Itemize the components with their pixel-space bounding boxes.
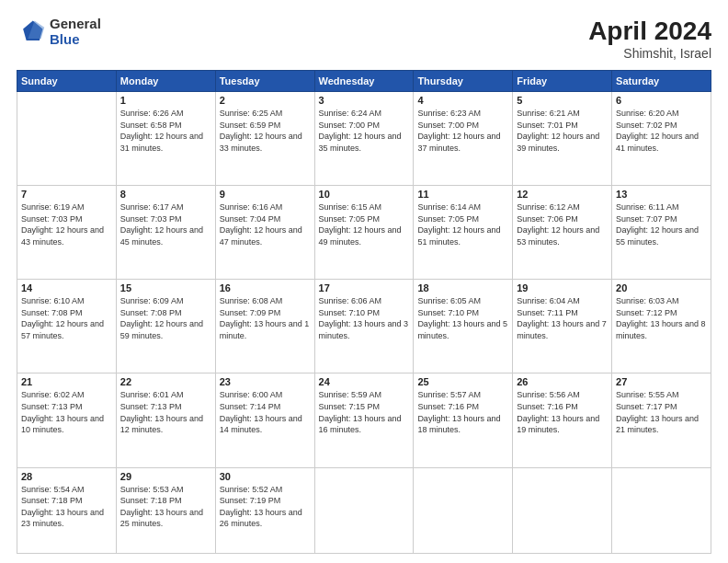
day-info: Sunrise: 6:25 AMSunset: 6:59 PMDaylight:… (220, 108, 311, 154)
day-number: 9 (220, 189, 311, 200)
calendar-cell: 27Sunrise: 5:55 AMSunset: 7:17 PMDayligh… (612, 373, 711, 467)
day-number: 1 (120, 95, 211, 106)
day-number: 18 (417, 282, 508, 293)
day-info: Sunrise: 6:15 AMSunset: 7:05 PMDaylight:… (319, 201, 410, 247)
day-info: Sunrise: 6:17 AMSunset: 7:03 PMDaylight:… (120, 201, 211, 247)
day-number: 19 (517, 282, 608, 293)
col-saturday: Saturday (612, 71, 711, 92)
calendar-cell: 1Sunrise: 6:26 AMSunset: 6:58 PMDaylight… (116, 92, 215, 186)
calendar-cell: 17Sunrise: 6:06 AMSunset: 7:10 PMDayligh… (314, 280, 414, 373)
calendar-cell: 28Sunrise: 5:54 AMSunset: 7:18 PMDayligh… (17, 467, 117, 554)
calendar-cell: 24Sunrise: 5:59 AMSunset: 7:15 PMDayligh… (314, 373, 414, 467)
day-number: 7 (21, 189, 112, 200)
calendar-table: Sunday Monday Tuesday Wednesday Thursday… (17, 70, 711, 554)
day-number: 13 (616, 189, 707, 200)
day-info: Sunrise: 6:21 AMSunset: 7:01 PMDaylight:… (517, 108, 608, 154)
title-month: April 2024 (588, 17, 711, 46)
day-info: Sunrise: 6:01 AMSunset: 7:13 PMDaylight:… (120, 389, 211, 435)
col-sunday: Sunday (17, 71, 117, 92)
logo-icon (17, 17, 46, 47)
day-info: Sunrise: 6:03 AMSunset: 7:12 PMDaylight:… (616, 295, 707, 341)
col-monday: Monday (116, 71, 215, 92)
day-number: 22 (120, 376, 211, 387)
calendar-cell: 7Sunrise: 6:19 AMSunset: 7:03 PMDaylight… (17, 186, 117, 280)
day-number: 23 (220, 376, 311, 387)
day-number: 30 (220, 471, 311, 482)
day-number: 5 (517, 95, 608, 106)
calendar-cell: 21Sunrise: 6:02 AMSunset: 7:13 PMDayligh… (17, 373, 117, 467)
day-info: Sunrise: 5:57 AMSunset: 7:16 PMDaylight:… (417, 389, 508, 435)
col-friday: Friday (513, 71, 612, 92)
day-number: 20 (616, 282, 707, 293)
calendar-cell: 20Sunrise: 6:03 AMSunset: 7:12 PMDayligh… (612, 280, 711, 373)
calendar-cell (414, 467, 513, 554)
calendar-cell: 29Sunrise: 5:53 AMSunset: 7:18 PMDayligh… (116, 467, 215, 554)
day-info: Sunrise: 5:55 AMSunset: 7:17 PMDaylight:… (616, 389, 707, 435)
day-number: 3 (319, 95, 410, 106)
calendar-cell: 13Sunrise: 6:11 AMSunset: 7:07 PMDayligh… (612, 186, 711, 280)
logo: General Blue (17, 17, 101, 47)
title-block: April 2024 Shimshit, Israel (588, 17, 711, 61)
calendar-cell: 30Sunrise: 5:52 AMSunset: 7:19 PMDayligh… (215, 467, 314, 554)
calendar-cell (17, 92, 117, 186)
day-number: 15 (120, 282, 211, 293)
day-number: 24 (319, 376, 410, 387)
calendar-cell: 5Sunrise: 6:21 AMSunset: 7:01 PMDaylight… (513, 92, 612, 186)
logo-text: General Blue (50, 17, 101, 47)
calendar-cell: 3Sunrise: 6:24 AMSunset: 7:00 PMDaylight… (314, 92, 414, 186)
day-number: 12 (517, 189, 608, 200)
day-info: Sunrise: 5:59 AMSunset: 7:15 PMDaylight:… (319, 389, 410, 435)
calendar-week-2: 7Sunrise: 6:19 AMSunset: 7:03 PMDaylight… (17, 186, 711, 280)
calendar-cell: 22Sunrise: 6:01 AMSunset: 7:13 PMDayligh… (116, 373, 215, 467)
day-info: Sunrise: 6:00 AMSunset: 7:14 PMDaylight:… (220, 389, 311, 435)
calendar-cell: 15Sunrise: 6:09 AMSunset: 7:08 PMDayligh… (116, 280, 215, 373)
day-number: 8 (120, 189, 211, 200)
day-number: 26 (517, 376, 608, 387)
logo-general-text: General (50, 17, 101, 32)
calendar-cell: 18Sunrise: 6:05 AMSunset: 7:10 PMDayligh… (414, 280, 513, 373)
col-tuesday: Tuesday (215, 71, 314, 92)
calendar-cell (513, 467, 612, 554)
day-info: Sunrise: 5:56 AMSunset: 7:16 PMDaylight:… (517, 389, 608, 435)
header: General Blue April 2024 Shimshit, Israel (17, 17, 711, 61)
page: General Blue April 2024 Shimshit, Israel… (0, 0, 728, 563)
day-number: 11 (417, 189, 508, 200)
calendar-cell: 2Sunrise: 6:25 AMSunset: 6:59 PMDaylight… (215, 92, 314, 186)
day-info: Sunrise: 6:14 AMSunset: 7:05 PMDaylight:… (417, 201, 508, 247)
logo-blue-text: Blue (50, 32, 101, 48)
calendar-cell (612, 467, 711, 554)
day-number: 21 (21, 376, 112, 387)
col-thursday: Thursday (414, 71, 513, 92)
day-number: 29 (120, 471, 211, 482)
day-number: 16 (220, 282, 311, 293)
calendar-cell (314, 467, 414, 554)
header-row: Sunday Monday Tuesday Wednesday Thursday… (17, 71, 711, 92)
calendar-cell: 19Sunrise: 6:04 AMSunset: 7:11 PMDayligh… (513, 280, 612, 373)
day-info: Sunrise: 6:06 AMSunset: 7:10 PMDaylight:… (319, 295, 410, 341)
day-info: Sunrise: 5:52 AMSunset: 7:19 PMDaylight:… (220, 484, 311, 530)
day-info: Sunrise: 6:26 AMSunset: 6:58 PMDaylight:… (120, 108, 211, 154)
calendar-cell: 12Sunrise: 6:12 AMSunset: 7:06 PMDayligh… (513, 186, 612, 280)
col-wednesday: Wednesday (314, 71, 414, 92)
day-info: Sunrise: 6:09 AMSunset: 7:08 PMDaylight:… (120, 295, 211, 341)
day-info: Sunrise: 6:19 AMSunset: 7:03 PMDaylight:… (21, 201, 112, 247)
day-number: 2 (220, 95, 311, 106)
calendar-week-5: 28Sunrise: 5:54 AMSunset: 7:18 PMDayligh… (17, 467, 711, 554)
calendar-cell: 25Sunrise: 5:57 AMSunset: 7:16 PMDayligh… (414, 373, 513, 467)
day-number: 28 (21, 471, 112, 482)
calendar-cell: 8Sunrise: 6:17 AMSunset: 7:03 PMDaylight… (116, 186, 215, 280)
calendar-week-1: 1Sunrise: 6:26 AMSunset: 6:58 PMDaylight… (17, 92, 711, 186)
day-number: 4 (417, 95, 508, 106)
day-info: Sunrise: 6:10 AMSunset: 7:08 PMDaylight:… (21, 295, 112, 341)
day-info: Sunrise: 6:05 AMSunset: 7:10 PMDaylight:… (417, 295, 508, 341)
calendar-cell: 14Sunrise: 6:10 AMSunset: 7:08 PMDayligh… (17, 280, 117, 373)
title-location: Shimshit, Israel (588, 46, 711, 61)
day-info: Sunrise: 6:12 AMSunset: 7:06 PMDaylight:… (517, 201, 608, 247)
day-info: Sunrise: 6:02 AMSunset: 7:13 PMDaylight:… (21, 389, 112, 435)
day-number: 17 (319, 282, 410, 293)
calendar-week-4: 21Sunrise: 6:02 AMSunset: 7:13 PMDayligh… (17, 373, 711, 467)
day-info: Sunrise: 6:24 AMSunset: 7:00 PMDaylight:… (319, 108, 410, 154)
calendar-cell: 9Sunrise: 6:16 AMSunset: 7:04 PMDaylight… (215, 186, 314, 280)
day-info: Sunrise: 6:16 AMSunset: 7:04 PMDaylight:… (220, 201, 311, 247)
day-info: Sunrise: 6:11 AMSunset: 7:07 PMDaylight:… (616, 201, 707, 247)
